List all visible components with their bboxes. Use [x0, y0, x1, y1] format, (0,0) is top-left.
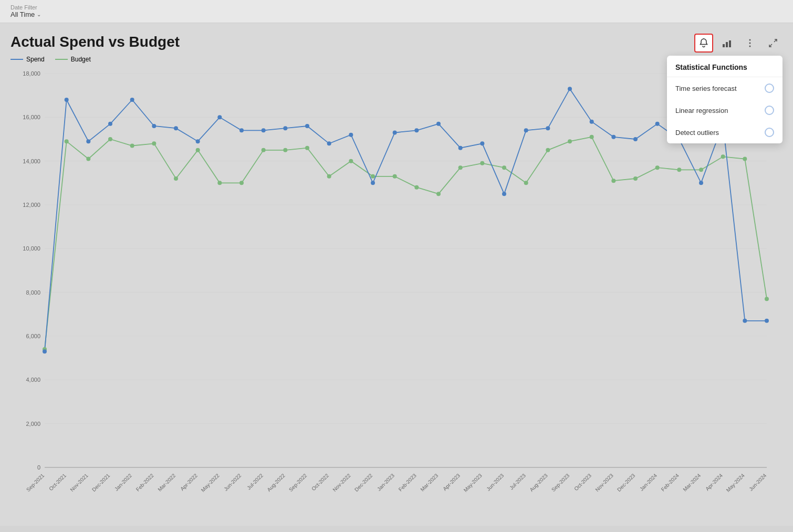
svg-point-100	[436, 192, 441, 196]
svg-point-65	[43, 349, 47, 353]
date-filter-label: Date Filter	[11, 4, 782, 11]
svg-text:Sep-2022: Sep-2022	[288, 472, 308, 493]
svg-point-81	[217, 115, 222, 119]
svg-text:Apr-2023: Apr-2023	[442, 472, 461, 492]
svg-point-128	[743, 157, 747, 161]
svg-text:Nov-2021: Nov-2021	[69, 472, 89, 493]
chart-title: Actual Spend vs Budget	[11, 34, 782, 50]
svg-point-78	[196, 148, 200, 152]
legend-budget-line	[55, 59, 68, 60]
detect-outliers-radio[interactable]	[765, 128, 774, 137]
svg-point-68	[86, 157, 90, 161]
svg-point-79	[196, 139, 200, 143]
svg-text:10,000: 10,000	[23, 245, 40, 252]
legend-budget-label: Budget	[71, 56, 91, 63]
svg-point-76	[174, 176, 178, 181]
linear-regression-radio[interactable]	[765, 106, 774, 115]
detect-outliers-label: Detect outliers	[675, 129, 719, 137]
date-filter-dropdown[interactable]: All Time ⌄	[11, 11, 782, 18]
svg-text:May-2023: May-2023	[463, 472, 484, 493]
expand-button[interactable]	[764, 34, 782, 53]
svg-point-75	[152, 124, 156, 128]
svg-text:Apr-2022: Apr-2022	[179, 472, 199, 492]
svg-text:Aug-2023: Aug-2023	[528, 472, 549, 493]
svg-text:Mar-2024: Mar-2024	[682, 472, 702, 492]
svg-point-94	[371, 174, 375, 179]
svg-point-113	[568, 87, 572, 91]
svg-point-106	[502, 165, 506, 170]
svg-text:18,000: 18,000	[23, 70, 40, 77]
svg-point-66	[65, 139, 69, 143]
svg-point-92	[349, 159, 353, 163]
svg-point-103	[458, 146, 463, 150]
legend-budget: Budget	[55, 56, 91, 63]
svg-text:Jan-2024: Jan-2024	[639, 472, 659, 492]
svg-point-116	[611, 179, 615, 183]
svg-point-86	[283, 148, 287, 152]
chevron-down-icon: ⌄	[37, 12, 41, 17]
svg-text:Apr-2024: Apr-2024	[704, 472, 724, 492]
svg-text:May-2024: May-2024	[725, 472, 746, 493]
date-filter-value-text: All Time	[11, 11, 35, 18]
svg-point-114	[590, 135, 594, 139]
svg-point-89	[305, 124, 309, 128]
svg-rect-3	[729, 40, 731, 47]
svg-text:Nov-2023: Nov-2023	[594, 472, 614, 493]
detect-outliers-item[interactable]: Detect outliers	[667, 121, 782, 143]
svg-point-99	[414, 128, 419, 132]
svg-point-85	[262, 128, 266, 132]
svg-text:Mar-2023: Mar-2023	[419, 472, 439, 492]
svg-point-126	[721, 154, 725, 159]
time-series-item[interactable]: Time series forecast	[667, 77, 782, 99]
svg-point-90	[327, 174, 331, 179]
svg-point-67	[65, 98, 69, 102]
svg-text:Jan-2022: Jan-2022	[113, 472, 133, 492]
svg-point-71	[108, 122, 112, 126]
svg-rect-2	[726, 42, 728, 47]
more-options-button[interactable]	[740, 34, 759, 53]
svg-point-82	[239, 181, 244, 185]
svg-point-119	[633, 137, 638, 141]
svg-point-83	[239, 128, 244, 132]
svg-point-88	[305, 146, 309, 150]
svg-point-118	[633, 176, 638, 181]
svg-text:Mar-2022: Mar-2022	[156, 472, 176, 492]
svg-text:14,000: 14,000	[23, 158, 40, 164]
legend-spend-line	[11, 59, 23, 60]
svg-point-80	[217, 181, 222, 185]
svg-point-74	[152, 141, 156, 145]
svg-text:Dec-2022: Dec-2022	[353, 472, 374, 493]
svg-text:Oct-2023: Oct-2023	[573, 472, 592, 492]
svg-point-110	[546, 148, 550, 152]
svg-point-109	[524, 128, 528, 132]
svg-point-112	[568, 139, 572, 143]
statistics-button[interactable]	[694, 34, 713, 53]
svg-text:16,000: 16,000	[23, 114, 40, 120]
svg-text:Oct-2021: Oct-2021	[48, 472, 67, 492]
svg-text:0: 0	[37, 464, 40, 471]
svg-text:Feb-2022: Feb-2022	[135, 472, 155, 492]
linear-regression-label: Linear regression	[675, 107, 728, 114]
chart-container: Actual Spend vs Budget Spend Budget	[0, 23, 793, 526]
svg-text:2,000: 2,000	[26, 421, 40, 427]
legend-spend-label: Spend	[26, 56, 45, 63]
svg-point-72	[130, 144, 134, 148]
svg-text:Sep-2023: Sep-2023	[550, 472, 571, 493]
svg-text:Oct-2022: Oct-2022	[310, 472, 330, 492]
line-chart: 02,0004,0006,0008,00010,00012,00014,0001…	[11, 68, 777, 499]
svg-point-93	[349, 133, 353, 137]
svg-point-91	[327, 141, 331, 145]
time-series-radio[interactable]	[765, 84, 774, 93]
svg-point-104	[480, 161, 484, 165]
svg-text:Jul-2022: Jul-2022	[246, 472, 264, 491]
linear-regression-item[interactable]: Linear regression	[667, 99, 782, 121]
svg-point-129	[743, 319, 747, 323]
svg-point-96	[393, 174, 397, 179]
svg-point-111	[546, 126, 550, 130]
svg-point-130	[765, 297, 769, 301]
svg-point-6	[749, 46, 751, 47]
chart-type-button[interactable]	[717, 34, 736, 53]
svg-text:Jun-2024: Jun-2024	[748, 472, 768, 492]
svg-point-117	[611, 135, 615, 139]
svg-point-125	[699, 181, 703, 185]
